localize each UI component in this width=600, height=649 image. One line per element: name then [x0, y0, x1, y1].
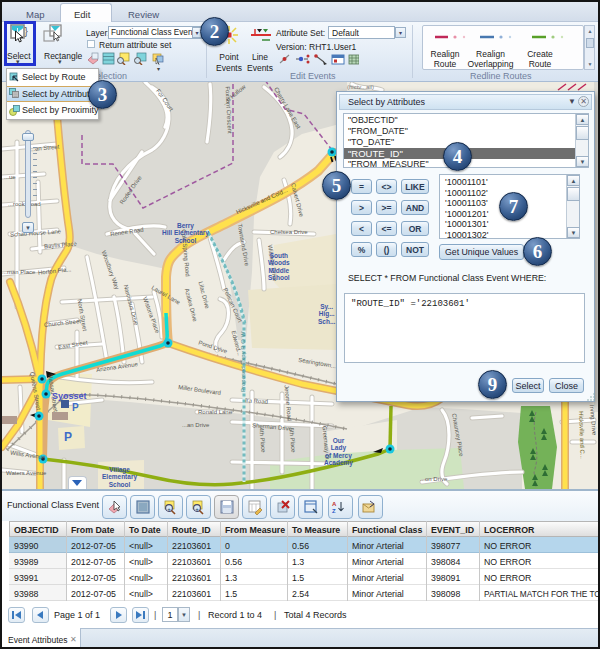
svg-text:}: } — [25, 26, 29, 37]
svg-text:Z: Z — [332, 508, 336, 514]
svg-text:+: + — [195, 506, 199, 512]
svg-text:+: + — [167, 506, 171, 512]
svg-text:A: A — [332, 501, 337, 507]
